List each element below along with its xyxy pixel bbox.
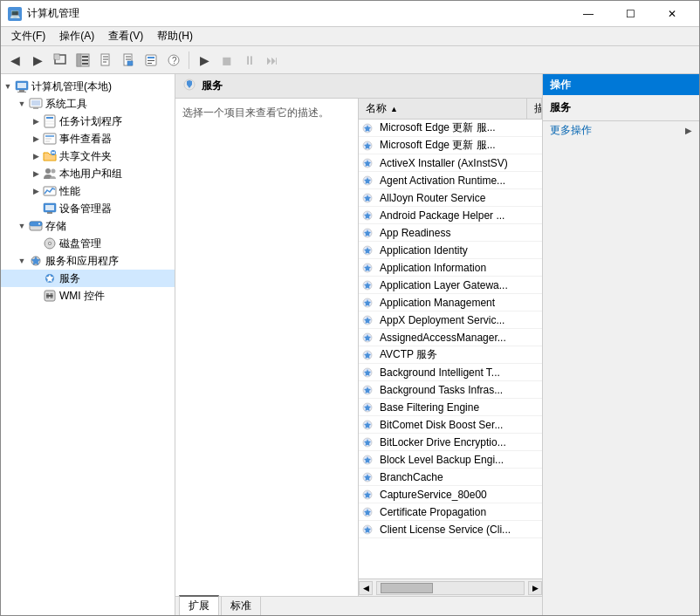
service-row-10[interactable]: Application Management (359, 294, 542, 311)
service-name-22: Certificate Propagation (376, 506, 542, 518)
service-row-20[interactable]: BranchCache (359, 469, 542, 486)
tab-standard[interactable]: 标准 (221, 596, 261, 615)
service-row-11[interactable]: AppX Deployment Servic... (359, 311, 542, 329)
service-icon-5 (359, 207, 376, 224)
sidebar-item-task-scheduler[interactable]: ▶ 任务计划程序 (1, 113, 175, 130)
service-row-3[interactable]: Agent Activation Runtime... (359, 172, 542, 189)
expand-icon-svcapps: ▼ (15, 254, 29, 268)
h-scroll-left[interactable]: ◀ (359, 581, 373, 595)
sidebar-item-disk-management[interactable]: 磁盘管理 (1, 235, 175, 252)
sidebar-label-services-apps: 服务和应用程序 (45, 254, 119, 269)
sidebar-item-services[interactable]: 服务 (1, 270, 175, 287)
services-footer: ◀ ▶ (359, 578, 542, 596)
service-row-0[interactable]: Microsoft Edge 更新 服... (359, 120, 542, 137)
event-viewer-icon (43, 132, 57, 146)
service-row-16[interactable]: Base Filtering Engine (359, 399, 542, 416)
service-row-2[interactable]: ActiveX Installer (AxInstSV) (359, 154, 542, 172)
sidebar-item-computer-management[interactable]: ▼ 计算机管理(本地) (1, 78, 175, 95)
menu-action[interactable]: 操作(A) (52, 27, 101, 45)
service-row-9[interactable]: Application Layer Gatewa... (359, 277, 542, 294)
menu-file[interactable]: 文件(F) (4, 27, 52, 45)
minimize-button[interactable]: — (568, 1, 608, 27)
col-header-name[interactable]: 名称 ▲ (359, 99, 527, 120)
sidebar-item-shared-folders[interactable]: ▶ 共享文件夹 (1, 147, 175, 165)
service-row-18[interactable]: BitLocker Drive Encryptio... (359, 434, 542, 451)
sidebar-label-local-users: 本地用户和组 (59, 167, 122, 181)
sidebar-item-services-apps[interactable]: ▼ 服务和应用程序 (1, 252, 175, 270)
expand-icon-storage: ▼ (15, 219, 29, 233)
service-row-5[interactable]: Android Package Helper ... (359, 207, 542, 224)
toolbar-pause[interactable]: ⏸ (239, 50, 260, 71)
right-panel-action-more[interactable]: 更多操作 ▶ (543, 121, 699, 140)
service-row-1[interactable]: Microsoft Edge 更新 服... (359, 137, 542, 154)
toolbar-forward[interactable]: ▶ (27, 50, 48, 71)
toolbar-help[interactable]: ? (163, 50, 184, 71)
toolbar-play[interactable]: ▶ (194, 50, 215, 71)
description-area: 选择一个项目来查看它的描述。 (175, 99, 359, 596)
service-row-17[interactable]: BitComet Disk Boost Ser... (359, 416, 542, 434)
svg-rect-44 (45, 205, 54, 210)
svg-rect-17 (148, 57, 154, 58)
sidebar-label-storage: 存储 (45, 219, 66, 234)
panel-body: 选择一个项目来查看它的描述。 名称 ▲ 描述 (175, 99, 542, 596)
maximize-button[interactable]: ☐ (610, 1, 650, 27)
expand-icon-event: ▶ (29, 132, 43, 146)
toolbar-step[interactable]: ⏭ (262, 50, 283, 71)
service-row-14[interactable]: Background Intelligent T... (359, 364, 542, 381)
toolbar-up[interactable] (50, 50, 71, 71)
service-name-20: BranchCache (376, 471, 542, 483)
h-scroll-right[interactable]: ▶ (528, 581, 542, 595)
service-row-4[interactable]: AllJoyn Router Service (359, 189, 542, 207)
service-row-23[interactable]: Client License Service (Cli... (359, 521, 542, 538)
device-manager-icon (43, 202, 57, 216)
service-name-18: BitLocker Drive Encryptio... (376, 436, 542, 448)
close-button[interactable]: ✕ (652, 1, 692, 27)
service-icon-17 (359, 416, 376, 434)
sidebar-item-storage[interactable]: ▼ 存储 (1, 217, 175, 235)
service-row-19[interactable]: Block Level Backup Engi... (359, 451, 542, 469)
sidebar-item-performance[interactable]: ▶ 性能 (1, 182, 175, 200)
tab-expand[interactable]: 扩展 (179, 595, 219, 615)
service-name-16: Base Filtering Engine (376, 401, 542, 414)
service-name-3: Agent Activation Runtime... (376, 175, 542, 187)
service-name-4: AllJoyn Router Service (376, 192, 542, 204)
service-row-15[interactable]: Background Tasks Infras... (359, 381, 542, 399)
service-row-21[interactable]: CaptureService_80e00 (359, 486, 542, 503)
sidebar-label-performance: 性能 (59, 184, 80, 199)
h-scrollbar-thumb[interactable] (381, 583, 433, 593)
toolbar-stop[interactable]: ◼ (216, 50, 237, 71)
sidebar-item-wmi[interactable]: WMI 控件 (1, 287, 175, 305)
sidebar-label-computer: 计算机管理(本地) (31, 79, 112, 94)
svg-rect-4 (77, 54, 81, 66)
toolbar-doc1[interactable] (95, 50, 116, 71)
svg-point-48 (38, 223, 40, 225)
sidebar-item-system-tools[interactable]: ▼ 系统工具 (1, 95, 175, 113)
service-row-6[interactable]: App Readiness (359, 224, 542, 242)
menu-view[interactable]: 查看(V) (101, 27, 150, 45)
right-panel-header: 操作 (543, 74, 699, 95)
service-row-13[interactable]: AVCTP 服务 (359, 346, 542, 364)
expand-icon-task: ▶ (29, 114, 43, 128)
service-row-8[interactable]: Application Information (359, 259, 542, 277)
service-row-22[interactable]: Certificate Propagation (359, 503, 542, 521)
svg-rect-5 (82, 56, 88, 58)
expand-icon-users: ▶ (29, 167, 43, 181)
service-row-12[interactable]: AssignedAccessManager... (359, 329, 542, 346)
sidebar-item-local-users[interactable]: ▶ 本地用户和组 (1, 165, 175, 182)
menu-help[interactable]: 帮助(H) (150, 27, 200, 45)
service-icon-2 (359, 154, 376, 172)
sidebar-item-event-viewer[interactable]: ▶ 事件查看器 (1, 130, 175, 147)
sidebar-item-device-manager[interactable]: 设备管理器 (1, 200, 175, 217)
toolbar-properties[interactable] (141, 50, 161, 71)
h-scrollbar[interactable] (376, 581, 525, 595)
toolbar-show-hide[interactable] (72, 50, 93, 71)
right-panel-section-services-title: 服务 (550, 99, 692, 117)
col-header-description[interactable]: 描述 (527, 99, 542, 120)
service-name-5: Android Package Helper ... (376, 209, 542, 222)
svg-rect-2 (55, 55, 59, 59)
right-panel-section-services: 服务 (543, 95, 699, 121)
services-list[interactable]: Microsoft Edge 更新 服... Microsoft Edge 更新… (359, 120, 542, 578)
service-row-7[interactable]: Application Identity (359, 242, 542, 259)
toolbar-back[interactable]: ◀ (4, 50, 25, 71)
toolbar-doc2[interactable] (118, 50, 139, 71)
